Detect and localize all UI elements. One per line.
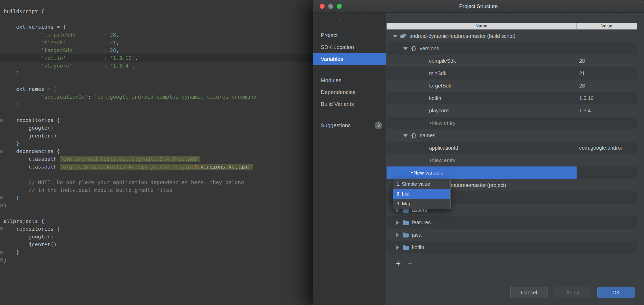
chevron-down-icon[interactable] — [393, 34, 397, 38]
code-line: repositories { — [4, 225, 313, 233]
folder-icon — [402, 245, 410, 250]
sidebar-item-modules[interactable]: Modules — [313, 74, 386, 86]
name-cell: {}names — [387, 129, 577, 142]
node-label: java — [412, 232, 422, 238]
zoom-button[interactable] — [337, 4, 342, 9]
code-line: } — [4, 194, 313, 202]
fold-marker-icon[interactable] — [0, 196, 3, 199]
forward-arrow-icon[interactable]: → — [334, 15, 341, 23]
value-cell[interactable]: 21 — [577, 67, 637, 79]
value-cell — [577, 30, 637, 42]
apply-button[interactable]: Apply — [554, 287, 591, 298]
code-token: classpath — [4, 156, 60, 162]
table-row-new-entry[interactable]: +New entry — [387, 154, 637, 166]
code-token: allprojects { — [4, 218, 44, 224]
name-cell: targetSdk — [387, 79, 577, 92]
table-row-compilesdk[interactable]: compileSdk28 — [387, 55, 637, 67]
code-line: ext.versions = [ — [4, 23, 313, 31]
value-cell[interactable]: 28 — [577, 79, 637, 92]
code-token: jcenter() — [4, 133, 57, 139]
sidebar-item-suggestions[interactable]: Suggestions3 — [313, 119, 386, 131]
code-token: 28 — [110, 47, 116, 53]
code-token: repositories { — [4, 226, 60, 232]
table-row-new-entry[interactable]: +New entry — [387, 117, 637, 129]
code-token: } — [4, 202, 7, 209]
code-token: classpath — [4, 164, 60, 170]
dialog-button-bar: Cancel Apply OK — [510, 287, 635, 298]
table-row-targetsdk[interactable]: targetSdk28 — [387, 79, 637, 92]
add-button[interactable]: + — [396, 258, 401, 268]
fold-marker-icon[interactable] — [0, 119, 3, 122]
fold-marker-icon[interactable] — [0, 258, 3, 262]
sidebar-item-dependencies[interactable]: Dependencies — [313, 86, 386, 98]
code-line: 'applicationId': 'com.google.android.sam… — [4, 93, 313, 101]
chevron-right-icon[interactable] — [395, 220, 400, 224]
table-row-features[interactable]: features — [387, 216, 637, 229]
table-row-versions[interactable]: {}versions — [387, 42, 637, 55]
fold-marker-icon[interactable] — [0, 204, 3, 207]
code-token: // in the individual module build.gradle… — [4, 187, 172, 193]
traffic-lights — [320, 0, 342, 12]
value-cell[interactable]: 1.3.10 — [577, 92, 637, 104]
column-header-name: Name — [387, 23, 577, 29]
sidebar-item-variables[interactable]: Variables — [313, 53, 386, 65]
value-cell[interactable]: com.google.androi — [577, 142, 637, 154]
variables-table-body: android-dynamic-features-master (build s… — [387, 30, 637, 253]
table-row-applicationid[interactable]: applicationIdcom.google.androi — [387, 142, 637, 154]
table-row-kotlin[interactable]: kotlin — [387, 241, 637, 253]
sidebar-item-project[interactable]: Project — [313, 29, 386, 41]
table-row-android-dynamic-features-master-build-script[interactable]: android-dynamic-features-master (build s… — [387, 30, 637, 42]
sidebar-item-label: Variables — [321, 56, 343, 62]
value-text: com.google.androi — [579, 145, 622, 151]
fold-marker-icon[interactable] — [0, 150, 3, 153]
node-label: versions — [420, 46, 439, 52]
name-cell: minSdk — [387, 67, 577, 79]
project-structure-dialog: Project Structure ← → ProjectSDK Locatio… — [313, 0, 644, 305]
popup-item-2-list[interactable]: 2. List — [393, 189, 450, 199]
back-arrow-icon[interactable]: ← — [320, 15, 327, 23]
sidebar-item-build-variants[interactable]: Build Variants — [313, 98, 386, 110]
code-token — [4, 63, 41, 69]
chevron-down-icon[interactable] — [403, 133, 407, 137]
node-label: targetSdk — [429, 83, 451, 89]
chevron-right-icon[interactable] — [395, 245, 400, 249]
value-cell[interactable]: 28 — [577, 55, 637, 67]
table-row-java[interactable]: java — [387, 229, 637, 241]
name-cell: applicationId — [387, 142, 577, 154]
code-line: classpath "org.jetbrains.kotlin:kotlin-g… — [4, 163, 313, 171]
sidebar-item-label: SDK Location — [321, 44, 354, 50]
popup-item-3-map[interactable]: 3. Map — [393, 199, 450, 209]
code-line — [4, 15, 313, 23]
code-token: , — [135, 55, 138, 61]
node-label: android-dynamic-features-master (build s… — [409, 33, 515, 39]
node-label: compileSdk — [429, 58, 456, 64]
remove-button[interactable]: − — [408, 258, 413, 268]
popup-item-1-simple-value[interactable]: 1. Simple value — [393, 179, 450, 189]
table-row-new-variable[interactable]: +New variable — [387, 166, 637, 179]
ok-button[interactable]: OK — [597, 287, 635, 298]
value-cell[interactable]: 1.3.4 — [577, 104, 637, 117]
chevron-down-icon[interactable] — [403, 46, 407, 50]
code-line: 'targetSdk' : 28, — [4, 46, 313, 54]
chevron-right-icon[interactable] — [395, 233, 400, 237]
table-row-playcore[interactable]: playcore1.3.4 — [387, 104, 637, 117]
code-token: 'applicationId' — [41, 94, 88, 100]
node-label: minSdk — [429, 70, 446, 76]
close-button[interactable] — [320, 4, 325, 9]
code-token: } — [4, 249, 19, 255]
table-row-kotlin[interactable]: kotlin1.3.10 — [387, 92, 637, 104]
code-area: buildscript { ext.versions = [ 'compileS… — [4, 8, 313, 264]
sidebar-item-sdk-location[interactable]: SDK Location — [313, 41, 386, 53]
code-token: ${ — [194, 164, 200, 170]
table-row-names[interactable]: {}names — [387, 129, 637, 142]
fold-marker-icon[interactable] — [0, 227, 3, 230]
code-token: "org.jetbrains.kotlin:kotlin-gradle-plug… — [60, 164, 194, 170]
cancel-button[interactable]: Cancel — [510, 287, 548, 298]
fold-marker-icon[interactable] — [0, 251, 3, 254]
table-row-minsdk[interactable]: minSdk21 — [387, 67, 637, 79]
code-token: } — [4, 195, 19, 201]
code-token — [4, 55, 41, 61]
code-token: google() — [4, 125, 54, 131]
sidebar-item-label: Project — [321, 32, 338, 38]
dialog-titlebar[interactable]: Project Structure — [313, 0, 644, 13]
